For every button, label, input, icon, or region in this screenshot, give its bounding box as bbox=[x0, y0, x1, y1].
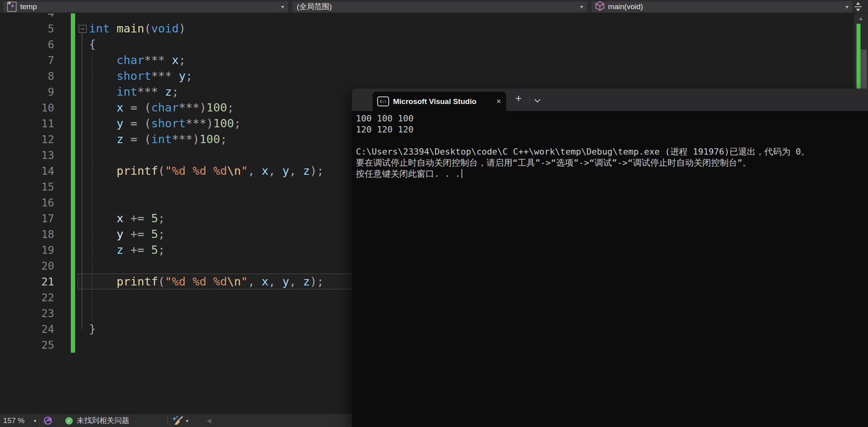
fold-collapse-icon[interactable]: − bbox=[79, 25, 87, 33]
code-text: printf("%d %d %d\n", x, y, z); bbox=[54, 274, 324, 289]
line-number: 23 bbox=[0, 307, 54, 319]
terminal-line: 按任意键关闭此窗口. . . bbox=[356, 168, 866, 179]
code-text: } bbox=[54, 321, 96, 337]
code-health-icon[interactable] bbox=[43, 416, 53, 425]
line-number: 10 bbox=[0, 102, 54, 114]
line-number: 25 bbox=[0, 339, 54, 351]
scrollbar-change-annotation bbox=[857, 24, 860, 92]
debug-console-window: C:\ Microsoft Visual Studio 调试控制台 ✕ + 10… bbox=[352, 89, 868, 427]
code-line[interactable]: 8 short*** y; bbox=[0, 68, 868, 84]
line-number: 7 bbox=[0, 54, 54, 66]
symbol-dropdown[interactable]: main(void) ▾ bbox=[592, 2, 852, 12]
code-text: int*** z; bbox=[54, 84, 179, 100]
chevron-down-icon: ▾ bbox=[34, 418, 36, 424]
line-number: 22 bbox=[0, 291, 54, 304]
line-number: 13 bbox=[0, 149, 54, 161]
code-text: int main(void) bbox=[54, 21, 185, 36]
hscroll-left-icon[interactable]: ◀ bbox=[207, 417, 212, 424]
code-text: char*** x; bbox=[54, 52, 185, 68]
line-number: 6 bbox=[0, 38, 54, 51]
vs-ide-screen: ++ temp ▾ (全局范围) ▾ main(void) ▾ bbox=[0, 0, 868, 427]
zoom-level-dropdown[interactable]: 157 % ▾ bbox=[0, 414, 40, 427]
chevron-down-icon[interactable]: ▾ bbox=[845, 4, 848, 10]
chevron-down-icon[interactable]: ▾ bbox=[580, 4, 583, 10]
code-line[interactable]: 5int main(void) bbox=[0, 21, 868, 36]
split-editor-button[interactable] bbox=[852, 1, 864, 12]
file-dropdown-label: temp bbox=[20, 2, 37, 11]
terminal-output[interactable]: 100 100 100120 120 120C:\Users\23394\Des… bbox=[356, 113, 866, 427]
status-divider bbox=[167, 416, 168, 425]
line-number: 21 bbox=[0, 276, 54, 288]
console-tab-title: Microsoft Visual Studio 调试控制台 bbox=[393, 96, 477, 107]
zoom-level-value: 157 % bbox=[3, 416, 25, 425]
terminal-line: 120 120 120 bbox=[356, 124, 866, 135]
code-text: z = (int***)100; bbox=[54, 131, 227, 147]
line-number: 17 bbox=[0, 212, 54, 225]
no-issues-check-icon: ✓ bbox=[65, 417, 73, 425]
close-tab-icon[interactable]: ✕ bbox=[496, 98, 501, 105]
line-number: 18 bbox=[0, 228, 54, 240]
console-tab[interactable]: C:\ Microsoft Visual Studio 调试控制台 ✕ bbox=[373, 92, 506, 111]
scrollbar-thumb[interactable] bbox=[860, 49, 867, 92]
chevron-down-icon[interactable]: ▾ bbox=[186, 418, 189, 424]
code-text: y = (short***)100; bbox=[54, 115, 241, 131]
line-number: 12 bbox=[0, 133, 54, 145]
code-text: short*** y; bbox=[54, 68, 193, 84]
line-number: 15 bbox=[0, 181, 54, 193]
line-number: 9 bbox=[0, 86, 54, 98]
vertical-scrollbar[interactable]: ▲ bbox=[854, 13, 868, 92]
line-number: 8 bbox=[0, 70, 54, 82]
terminal-cursor bbox=[461, 169, 462, 178]
tabbar-divider bbox=[529, 95, 529, 105]
code-text: y += 5; bbox=[54, 226, 165, 242]
scope-dropdown[interactable]: (全局范围) ▾ bbox=[293, 2, 587, 12]
code-text: { bbox=[54, 36, 96, 52]
code-text: printf("%d %d %d\n", x, y, z); bbox=[54, 163, 324, 179]
line-number: 20 bbox=[0, 260, 54, 272]
console-tab-bar: C:\ Microsoft Visual Studio 调试控制台 ✕ + bbox=[352, 89, 868, 111]
editor-navigation-bar: ++ temp ▾ (全局范围) ▾ main(void) ▾ bbox=[0, 0, 868, 13]
line-number: 24 bbox=[0, 323, 54, 335]
code-line[interactable]: 6{ bbox=[0, 36, 868, 52]
code-text: x += 5; bbox=[54, 210, 165, 226]
health-status-message[interactable]: 未找到相关问题 bbox=[77, 416, 129, 426]
line-number: 16 bbox=[0, 196, 54, 209]
line-number: 14 bbox=[0, 165, 54, 177]
symbol-cube-icon bbox=[596, 1, 604, 13]
command-prompt-icon: C:\ bbox=[377, 96, 389, 106]
terminal-line: 100 100 100 bbox=[356, 113, 866, 124]
line-number: 19 bbox=[0, 244, 54, 256]
code-text: x = (char***)100; bbox=[54, 100, 234, 115]
scroll-up-icon[interactable]: ▲ bbox=[854, 15, 868, 21]
code-line[interactable]: 7 char*** x; bbox=[0, 52, 868, 68]
terminal-line bbox=[356, 135, 866, 146]
file-dropdown[interactable]: ++ temp ▾ bbox=[3, 2, 288, 12]
line-number: 11 bbox=[0, 117, 54, 130]
new-tab-button[interactable]: + bbox=[515, 92, 522, 105]
symbol-dropdown-label: main(void) bbox=[608, 2, 643, 11]
tab-dropdown-icon[interactable] bbox=[534, 97, 541, 104]
terminal-line: 要在调试停止时自动关闭控制台，请启用“工具”->“选项”->“调试”->“调试停… bbox=[356, 157, 866, 168]
code-text: z += 5; bbox=[54, 242, 165, 258]
cpp-file-icon: ++ bbox=[7, 2, 17, 12]
code-cleanup-broom-icon[interactable] bbox=[172, 416, 183, 426]
editor-status-bar: 157 % ▾ ✓ 未找到相关问题 ▾ ◀ bbox=[0, 414, 352, 427]
line-number: 5 bbox=[0, 23, 54, 35]
terminal-line: C:\Users\23394\Desktop\code\C C++\work\t… bbox=[356, 146, 866, 157]
scope-dropdown-label: (全局范围) bbox=[297, 2, 332, 12]
chevron-down-icon[interactable]: ▾ bbox=[281, 4, 284, 10]
